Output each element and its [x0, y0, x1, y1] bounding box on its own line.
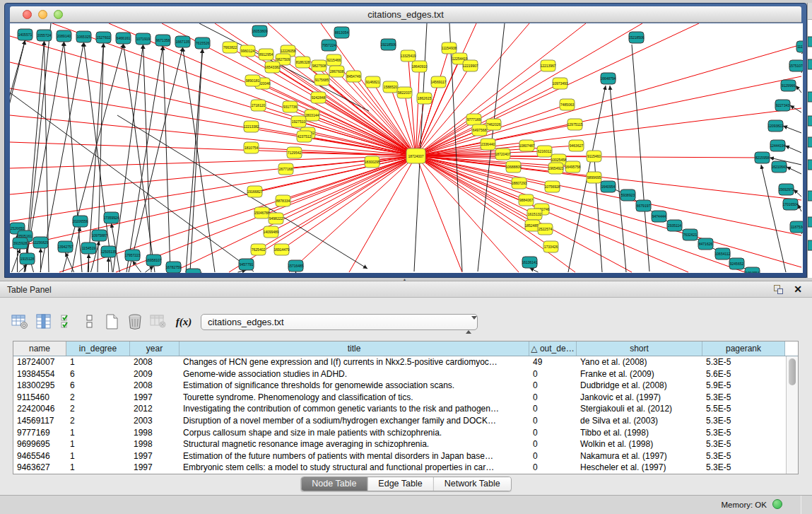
- table-panel-header: Table Panel ✕: [0, 281, 812, 298]
- table-row[interactable]: 911546021997Tourette syndrome. Phenomeno…: [13, 392, 786, 404]
- graph-node: [808, 240, 812, 250]
- table-row[interactable]: 946554611997Estimation of the future num…: [13, 450, 786, 462]
- graph-node-label: 10688809: [505, 165, 521, 169]
- function-builder-icon[interactable]: f(x): [174, 312, 194, 332]
- network-view-window: citations_edges.txt 14055712055724208914…: [4, 3, 807, 278]
- graph-node-label: 9822037: [398, 90, 412, 95]
- graph-node-label: 9129966: [782, 83, 796, 88]
- graph-node-label: 1640954: [601, 185, 616, 189]
- cell-year: 2008: [130, 380, 180, 392]
- graph-node-label: 17957223: [124, 253, 140, 257]
- cell-name: 9777169: [13, 427, 66, 439]
- column-header-year[interactable]: year: [130, 341, 180, 356]
- cell-in_degree: 2: [66, 403, 130, 415]
- cell-year: 1997: [130, 462, 180, 474]
- graph-node-label: 2526650: [11, 226, 25, 230]
- graph-node-label: 7485063: [560, 103, 575, 107]
- graph-node-label: 8454749: [347, 74, 361, 78]
- graph-node-label: 18300295: [364, 160, 379, 164]
- tab-network-table[interactable]: Network Table: [433, 477, 511, 491]
- table-toolbar: f(x) citations_edges.txt: [0, 312, 812, 336]
- graph-node-label: 1117241: [797, 45, 803, 49]
- graph-node-label: 7957224: [322, 43, 336, 47]
- cell-year: 2012: [130, 403, 180, 415]
- cell-short: Hescheler et al. (1997): [577, 462, 702, 474]
- select-columns-icon[interactable]: [58, 312, 78, 332]
- table-row[interactable]: 1830029562008Estimation of significance …: [13, 380, 786, 392]
- cell-title: Tourette syndrome. Phenomenology and cla…: [180, 392, 529, 404]
- cell-pagerank: 5.3E-5: [702, 438, 785, 450]
- table-panel-title: Table Panel: [7, 285, 52, 295]
- graph-node-label: 9960124: [241, 49, 255, 53]
- cell-title: Disruption of a novel member of a sodium…: [180, 415, 529, 427]
- graph-node-label: 1154519: [82, 246, 95, 250]
- delete-table-icon[interactable]: [125, 312, 145, 332]
- graph-node-label: 10807487: [519, 144, 534, 148]
- close-panel-icon[interactable]: ✕: [794, 284, 802, 295]
- tab-edge-table[interactable]: Edge Table: [367, 477, 433, 491]
- graph-node-label: 1065325: [77, 35, 91, 39]
- delete-column-icon[interactable]: [148, 312, 168, 332]
- column-header-out_de[interactable]: △ out_de…: [529, 341, 577, 356]
- background-window-sliver[interactable]: [807, 3, 812, 278]
- row-height-icon[interactable]: [80, 312, 100, 332]
- table-scrollbar-thumb[interactable]: [789, 358, 796, 385]
- network-canvas[interactable]: 1405571205572420891401065325152760264661…: [10, 23, 803, 273]
- memory-status-dot[interactable]: [772, 499, 782, 509]
- table-row[interactable]: 1938455462009Genome-wide association stu…: [13, 368, 786, 380]
- float-window-icon[interactable]: [774, 285, 784, 295]
- network-table-select[interactable]: citations_edges.txt: [201, 314, 478, 330]
- cell-pagerank: 5.3E-5: [702, 450, 785, 462]
- cell-pagerank: 5.6E-5: [702, 368, 785, 380]
- cell-name: 14569117: [13, 415, 66, 427]
- tab-node-table[interactable]: Node Table: [301, 477, 367, 491]
- graph-node-label: 16543382: [264, 65, 280, 69]
- graph-node-label: 2089140: [57, 34, 71, 38]
- graph-node-label: 2718120: [252, 103, 266, 107]
- column-header-short[interactable]: short: [577, 341, 702, 356]
- graph-node-label: 12213382: [243, 124, 259, 129]
- window-titlebar[interactable]: citations_edges.txt: [10, 6, 801, 23]
- graph-node-label: 16210643: [771, 165, 787, 169]
- graph-node-label: 10756928: [544, 185, 560, 189]
- table-row[interactable]: 977716911998Corpus callosum shape and si…: [13, 427, 786, 439]
- table-scrollbar[interactable]: [786, 356, 798, 474]
- graph-node-label: 19218506: [380, 42, 396, 47]
- table-row[interactable]: 1872400712008Changes of HCN gene express…: [13, 356, 786, 368]
- table-row[interactable]: 1456911722003Disruption of a novel membe…: [13, 415, 786, 427]
- cell-out_de: 0: [529, 427, 577, 439]
- graph-node-label: 1527602: [97, 35, 111, 40]
- cell-name: 9463627: [13, 462, 66, 474]
- graph-node-label: 1927510: [292, 119, 306, 124]
- column-header-in_degree[interactable]: in_degree: [66, 341, 130, 356]
- graph-node-label: 1915128: [20, 257, 35, 261]
- cell-out_de: 0: [529, 450, 577, 462]
- new-table-icon[interactable]: [102, 312, 122, 332]
- cell-title: Estimation of significance thresholds fo…: [180, 380, 529, 392]
- column-header-title[interactable]: title: [180, 341, 529, 356]
- graph-node-label: 2867608: [330, 69, 344, 74]
- graph-node-label: 9827508: [312, 64, 326, 68]
- table-row[interactable]: 946362711997Embryonic stem cells: a mode…: [13, 462, 786, 474]
- cell-year: 2009: [130, 368, 180, 380]
- graph-node-label: 18724007: [408, 154, 423, 158]
- cell-name: 9465546: [13, 450, 66, 462]
- network-graph[interactable]: 1405571205572420891401065325152760264661…: [10, 23, 803, 273]
- table-row[interactable]: 2242004622012Investigating the contribut…: [13, 403, 786, 415]
- graph-node-label: 9227343: [776, 103, 790, 107]
- graph-node-label: 6466161: [117, 36, 131, 40]
- show-columns-icon[interactable]: [34, 312, 54, 332]
- cell-name: 9699695: [13, 438, 66, 450]
- column-header-pagerank[interactable]: pagerank: [702, 341, 785, 356]
- table-settings-icon[interactable]: [10, 312, 30, 332]
- cell-in_degree: 1: [66, 462, 130, 474]
- cell-out_de: 0: [529, 380, 577, 392]
- column-header-name[interactable]: name: [13, 341, 66, 356]
- cell-year: 1998: [130, 438, 180, 450]
- graph-node-label: 9146821: [366, 80, 380, 84]
- cell-out_de: 0: [529, 403, 577, 415]
- graph-node-label: 1615132: [528, 212, 542, 216]
- table-row[interactable]: 969969511998Structural magnetic resonanc…: [13, 438, 786, 450]
- graph-node-label: 14569117: [431, 80, 447, 84]
- cell-in_degree: 6: [66, 380, 130, 392]
